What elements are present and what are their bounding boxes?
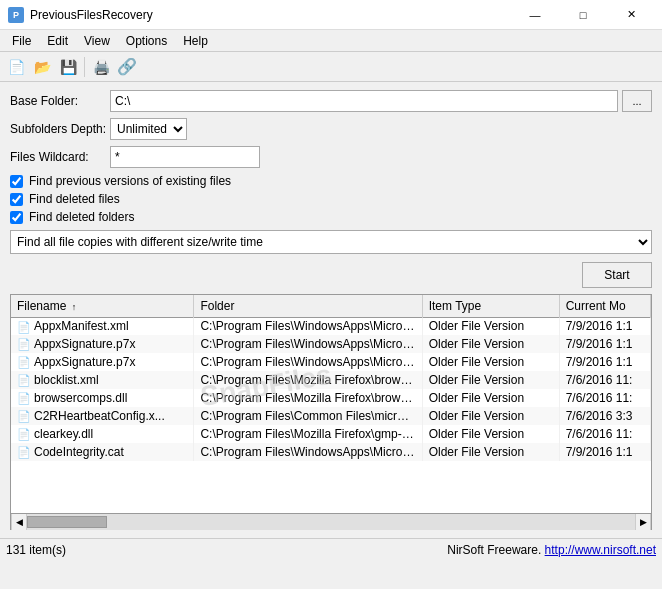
cell-current-mod: 7/9/2016 1:1 [559, 353, 650, 371]
check-previous-versions-input[interactable] [10, 175, 23, 188]
cell-current-mod: 7/6/2016 11: [559, 389, 650, 407]
file-icon: 📄 [17, 320, 31, 334]
table-row[interactable]: 📄CodeIntegrity.catC:\Program Files\Windo… [11, 443, 651, 461]
status-credit-text: NirSoft Freeware. [447, 543, 541, 557]
base-folder-row: Base Folder: C:\ ... [10, 90, 652, 112]
app-icon: P [8, 7, 24, 23]
copy-mode-dropdown-row: Find all file copies with different size… [10, 230, 652, 254]
start-button[interactable]: Start [582, 262, 652, 288]
menu-help[interactable]: Help [175, 30, 216, 52]
cell-item-type: Older File Version [422, 407, 559, 425]
cell-current-mod: 7/9/2016 1:1 [559, 317, 650, 335]
app-title: PreviousFilesRecovery [30, 8, 512, 22]
file-icon: 📄 [17, 445, 31, 459]
toolbar-print[interactable]: 🖨️ [89, 55, 113, 79]
check-previous-versions-label[interactable]: Find previous versions of existing files [29, 174, 231, 188]
browse-button[interactable]: ... [622, 90, 652, 112]
files-wildcard-row: Files Wildcard: * [10, 146, 652, 168]
maximize-button[interactable]: □ [560, 0, 606, 30]
toolbar-save[interactable]: 💾 [56, 55, 80, 79]
file-icon: 📄 [17, 409, 31, 423]
file-icon: 📄 [17, 391, 31, 405]
cell-current-mod: 7/6/2016 3:3 [559, 407, 650, 425]
cell-filename: 📄browsercomps.dll [11, 389, 194, 407]
main-content: Base Folder: C:\ ... Subfolders Depth: U… [0, 82, 662, 538]
cell-folder: C:\Program Files\WindowsApps\Microsoft.A… [194, 317, 422, 335]
window-controls: — □ ✕ [512, 0, 654, 30]
results-table: Filename ↑ Folder Item Type Current Mo 📄… [11, 295, 651, 461]
hscroll-left-button[interactable]: ◀ [11, 514, 27, 530]
file-icon: 📄 [17, 427, 31, 441]
close-button[interactable]: ✕ [608, 0, 654, 30]
cell-item-type: Older File Version [422, 425, 559, 443]
col-item-type[interactable]: Item Type [422, 295, 559, 317]
check-previous-versions: Find previous versions of existing files [10, 174, 652, 188]
toolbar: 📄 📂 💾 🖨️ 🔗 [0, 52, 662, 82]
toolbar-open[interactable]: 📂 [30, 55, 54, 79]
cell-folder: C:\Program Files\WindowsApps\Microsoft.A… [194, 443, 422, 461]
copy-mode-select[interactable]: Find all file copies with different size… [10, 230, 652, 254]
cell-filename: 📄AppxManifest.xml [11, 317, 194, 335]
start-row: Start [10, 262, 652, 288]
cell-item-type: Older File Version [422, 353, 559, 371]
cell-current-mod: 7/6/2016 11: [559, 371, 650, 389]
results-table-container[interactable]: Filename ↑ Folder Item Type Current Mo 📄… [10, 294, 652, 514]
toolbar-new[interactable]: 📄 [4, 55, 28, 79]
hscroll-track[interactable] [27, 514, 635, 530]
files-wildcard-label: Files Wildcard: [10, 150, 110, 164]
table-row[interactable]: 📄C2RHeartbeatConfig.x...C:\Program Files… [11, 407, 651, 425]
check-deleted-files: Find deleted files [10, 192, 652, 206]
subfolders-depth-label: Subfolders Depth: [10, 122, 110, 136]
table-row[interactable]: 📄blocklist.xmlC:\Program Files\Mozilla F… [11, 371, 651, 389]
file-icon: 📄 [17, 373, 31, 387]
table-row[interactable]: 📄AppxManifest.xmlC:\Program Files\Window… [11, 317, 651, 335]
cell-folder: C:\Program Files\Common Files\microsoft … [194, 407, 422, 425]
table-row[interactable]: 📄AppxSignature.p7xC:\Program Files\Windo… [11, 335, 651, 353]
status-credit: NirSoft Freeware. http://www.nirsoft.net [447, 543, 656, 557]
toolbar-link[interactable]: 🔗 [115, 55, 139, 79]
menu-file[interactable]: File [4, 30, 39, 52]
cell-item-type: Older File Version [422, 443, 559, 461]
file-icon: 📄 [17, 355, 31, 369]
titlebar: P PreviousFilesRecovery — □ ✕ [0, 0, 662, 30]
toolbar-sep [84, 57, 85, 77]
status-credit-link[interactable]: http://www.nirsoft.net [545, 543, 656, 557]
hscroll-right-button[interactable]: ▶ [635, 514, 651, 530]
hscroll-thumb[interactable] [27, 516, 107, 528]
cell-current-mod: 7/9/2016 1:1 [559, 335, 650, 353]
cell-item-type: Older File Version [422, 371, 559, 389]
menu-view[interactable]: View [76, 30, 118, 52]
cell-folder: C:\Program Files\WindowsApps\Microsoft.A… [194, 335, 422, 353]
file-icon: 📄 [17, 337, 31, 351]
col-folder[interactable]: Folder [194, 295, 422, 317]
menu-edit[interactable]: Edit [39, 30, 76, 52]
col-current-mod[interactable]: Current Mo [559, 295, 650, 317]
table-row[interactable]: 📄AppxSignature.p7xC:\Program Files\Windo… [11, 353, 651, 371]
base-folder-input[interactable]: C:\ [110, 90, 618, 112]
check-deleted-folders-input[interactable] [10, 211, 23, 224]
cell-folder: C:\Program Files\Mozilla Firefox\gmp-cle… [194, 425, 422, 443]
cell-item-type: Older File Version [422, 335, 559, 353]
subfolders-depth-select[interactable]: Unlimited 123 45 [110, 118, 187, 140]
check-deleted-folders-label[interactable]: Find deleted folders [29, 210, 134, 224]
status-item-count: 131 item(s) [6, 543, 447, 557]
cell-filename: 📄blocklist.xml [11, 371, 194, 389]
menubar: File Edit View Options Help [0, 30, 662, 52]
horizontal-scrollbar[interactable]: ◀ ▶ [10, 514, 652, 530]
minimize-button[interactable]: — [512, 0, 558, 30]
cell-filename: 📄AppxSignature.p7x [11, 335, 194, 353]
check-deleted-files-input[interactable] [10, 193, 23, 206]
menu-options[interactable]: Options [118, 30, 175, 52]
cell-filename: 📄AppxSignature.p7x [11, 353, 194, 371]
table-row[interactable]: 📄clearkey.dllC:\Program Files\Mozilla Fi… [11, 425, 651, 443]
cell-folder: C:\Program Files\Mozilla Firefox\browser… [194, 389, 422, 407]
cell-current-mod: 7/9/2016 1:1 [559, 443, 650, 461]
check-deleted-files-label[interactable]: Find deleted files [29, 192, 120, 206]
col-filename[interactable]: Filename ↑ [11, 295, 194, 317]
cell-folder: C:\Program Files\WindowsApps\Microsoft.A… [194, 353, 422, 371]
table-row[interactable]: 📄browsercomps.dllC:\Program Files\Mozill… [11, 389, 651, 407]
cell-item-type: Older File Version [422, 389, 559, 407]
cell-folder: C:\Program Files\Mozilla Firefox\browser [194, 371, 422, 389]
files-wildcard-input[interactable]: * [110, 146, 260, 168]
cell-filename: 📄CodeIntegrity.cat [11, 443, 194, 461]
